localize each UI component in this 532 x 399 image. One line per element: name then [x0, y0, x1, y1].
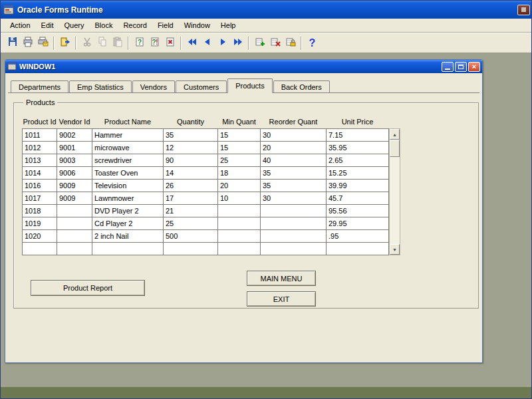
grid-cell[interactable]: 12	[163, 141, 218, 154]
grid-cell[interactable]: 15	[217, 128, 261, 142]
enter-query-button[interactable]: ?	[132, 36, 147, 51]
scrollbar-track[interactable]	[390, 140, 400, 244]
grid-cell[interactable]	[57, 217, 92, 230]
scroll-down-button[interactable]: ▼	[390, 244, 400, 255]
tab-departments[interactable]: Departments	[11, 80, 68, 92]
grid-cell[interactable]	[217, 217, 261, 230]
grid-cell[interactable]: 30	[260, 192, 327, 205]
grid-cell[interactable]: 17	[163, 192, 218, 205]
grid-cell[interactable]: 25	[217, 154, 261, 167]
grid-cell[interactable]	[260, 242, 327, 255]
help-button[interactable]: ?	[305, 36, 320, 51]
inner-window-titlebar[interactable]: WINDOW1 ×	[5, 60, 482, 73]
grid-cell[interactable]: 1017	[22, 192, 57, 205]
grid-cell[interactable]: 35	[163, 128, 218, 142]
tab-back-orders[interactable]: Back Orders	[273, 80, 330, 92]
grid-cell[interactable]: 21	[163, 204, 218, 217]
paste-button[interactable]	[110, 36, 125, 51]
main-menu-button[interactable]: MAIN MENU	[247, 271, 316, 286]
grid-cell[interactable]: 1019	[22, 217, 57, 230]
grid-cell[interactable]: 2 inch Nail	[92, 229, 164, 243]
grid-cell[interactable]: Toaster Oven	[92, 166, 164, 180]
titlebar[interactable]: Oracle Forms Runtime	[1, 1, 532, 19]
menu-item-record[interactable]: Record	[118, 19, 152, 31]
close-button[interactable]: ×	[468, 62, 480, 72]
menu-item-query[interactable]: Query	[59, 19, 90, 31]
window-control-button[interactable]	[517, 5, 530, 15]
insert-record-button[interactable]	[252, 36, 267, 51]
menu-item-action[interactable]: Action	[5, 19, 36, 31]
next-record-button[interactable]	[215, 36, 230, 51]
grid-cell[interactable]: 20	[217, 179, 261, 192]
grid-cell[interactable]: 90	[163, 154, 218, 167]
grid-cell[interactable]: 26	[163, 179, 218, 192]
last-record-button[interactable]	[230, 36, 245, 51]
grid-cell[interactable]: 10	[217, 192, 261, 205]
grid-cell[interactable]: 9003	[57, 154, 92, 167]
grid-cell[interactable]	[57, 229, 92, 243]
grid-cell[interactable]	[260, 204, 327, 217]
grid-cell[interactable]	[57, 204, 92, 217]
grid-cell[interactable]	[326, 242, 389, 255]
grid-cell[interactable]: 30	[260, 128, 327, 142]
grid-cell[interactable]: 1018	[22, 204, 57, 217]
exit-button[interactable]: EXIT	[247, 291, 316, 307]
grid-cell[interactable]: 9009	[57, 179, 92, 192]
grid-cell[interactable]: 35	[260, 166, 327, 180]
grid-cell[interactable]: Hammer	[92, 128, 164, 142]
grid-cell[interactable]: 18	[217, 166, 261, 180]
menu-item-edit[interactable]: Edit	[36, 19, 59, 31]
grid-cell[interactable]: 7.15	[326, 128, 389, 142]
grid-cell[interactable]: 1014	[22, 166, 57, 180]
grid-scrollbar[interactable]: ▲ ▼	[389, 128, 400, 255]
grid-cell[interactable]: .95	[326, 229, 389, 243]
grid-cell[interactable]	[163, 242, 218, 255]
print-button[interactable]	[20, 36, 35, 51]
cut-button[interactable]	[79, 36, 94, 51]
grid-cell[interactable]: 9001	[57, 141, 92, 154]
grid-cell[interactable]: 1016	[22, 179, 57, 192]
tab-emp-statistics[interactable]: Emp Statistics	[69, 80, 132, 92]
grid-cell[interactable]: 1012	[22, 141, 57, 154]
grid-cell[interactable]	[260, 217, 327, 230]
grid-cell[interactable]: 1011	[22, 128, 57, 142]
grid-cell[interactable]: 15	[217, 141, 261, 154]
grid-cell[interactable]: 9006	[57, 166, 92, 180]
grid-cell[interactable]	[217, 242, 261, 255]
tab-products[interactable]: Products	[227, 78, 272, 93]
grid-cell[interactable]: 1020	[22, 229, 57, 243]
grid-cell[interactable]	[22, 242, 57, 255]
grid-cell[interactable]: 29.95	[326, 217, 389, 230]
grid-cell[interactable]: 35.95	[326, 141, 389, 154]
grid-cell[interactable]: microwave	[92, 141, 164, 154]
grid-cell[interactable]: Lawnmower	[92, 192, 164, 205]
grid-cell[interactable]: 15.25	[326, 166, 389, 180]
tab-vendors[interactable]: Vendors	[132, 80, 175, 92]
cancel-query-button[interactable]	[162, 36, 178, 51]
grid-cell[interactable]: Cd Player 2	[92, 217, 164, 230]
grid-cell[interactable]	[260, 229, 327, 243]
scrollbar-thumb[interactable]	[390, 140, 400, 157]
grid-cell[interactable]: 9009	[57, 192, 92, 205]
save-button[interactable]	[5, 36, 20, 51]
grid-cell[interactable]: Television	[92, 179, 164, 192]
grid-cell[interactable]: 35	[260, 179, 327, 192]
menu-item-block[interactable]: Block	[90, 19, 118, 31]
first-record-button[interactable]	[184, 36, 200, 51]
product-report-button[interactable]: Product Report	[31, 280, 145, 296]
print-report-button[interactable]	[35, 36, 51, 51]
delete-record-button[interactable]	[267, 36, 283, 51]
exit-tool-button[interactable]	[57, 36, 72, 51]
execute-query-button[interactable]: ?!	[147, 36, 162, 51]
grid-cell[interactable]	[92, 242, 164, 255]
menu-item-help[interactable]: Help	[215, 19, 241, 31]
grid-cell[interactable]: 9002	[57, 128, 92, 142]
grid-cell[interactable]: 39.99	[326, 179, 389, 192]
grid-cell[interactable]	[217, 204, 261, 217]
grid-cell[interactable]: 14	[163, 166, 218, 180]
grid-cell[interactable]: screwdriver	[92, 154, 164, 167]
grid-cell[interactable]	[217, 229, 261, 243]
grid-cell[interactable]: 95.56	[326, 204, 389, 217]
copy-button[interactable]	[94, 36, 110, 51]
minimize-button[interactable]	[442, 62, 454, 72]
